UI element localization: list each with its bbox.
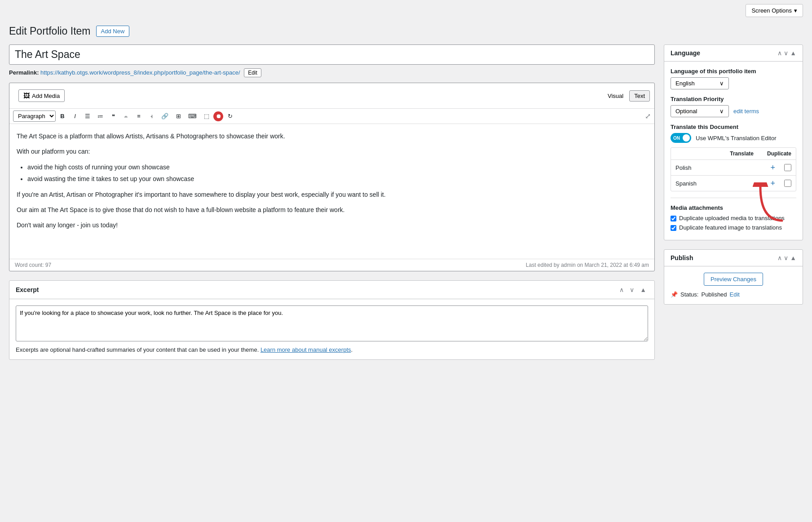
duplicate-featured-label: Duplicate featured image to translations — [679, 224, 782, 231]
excerpt-textarea[interactable]: If you're looking for a place to showcas… — [16, 305, 648, 341]
translation-priority-section: Translation Priority Optional ∨ edit ter… — [671, 96, 796, 117]
excerpt-metabox: Excerpt ∧ ∨ ▲ If you're looking for a pl… — [9, 280, 655, 360]
translation-row-spanish: Spanish + — [671, 176, 796, 191]
language-chevron-icon: ∨ — [719, 80, 724, 87]
content-p3: If you're an Artist, Artisan or Photogra… — [17, 190, 647, 199]
word-count-value: 97 — [45, 262, 51, 268]
content-p4: Our aim at The Art Space is to give thos… — [17, 205, 647, 215]
word-count-text: Word count: 97 — [15, 262, 51, 268]
refresh-button[interactable]: ↻ — [224, 111, 236, 121]
priority-chevron-icon: ∨ — [719, 108, 724, 115]
align-left-button[interactable]: ⫠ — [120, 111, 132, 121]
translate-toggle-row: ON Use WPML's Translation Editor — [671, 133, 796, 143]
last-edited-text: Last edited by admin on March 21, 2022 a… — [526, 262, 649, 268]
fullscreen-button[interactable]: ⤢ — [645, 112, 651, 120]
publish-panel-body: Preview Changes 📌 Status: Published Edit — [664, 266, 803, 304]
duplicate-media-label: Duplicate uploaded media to translations — [679, 215, 785, 221]
permalink-edit-button[interactable]: Edit — [244, 68, 261, 77]
publish-panel: Publish ∧ ∨ ▲ Preview Changes 📌 Status: … — [664, 249, 803, 305]
duplicate-media-row: Duplicate uploaded media to translations — [671, 215, 796, 221]
status-edit-link[interactable]: Edit — [730, 291, 740, 298]
paragraph-format-select[interactable]: Paragraph — [13, 111, 56, 122]
publish-panel-up-button[interactable]: ∧ — [777, 254, 782, 261]
polish-duplicate-checkbox[interactable] — [784, 164, 791, 171]
excerpt-metabox-controls: ∧ ∨ ▲ — [618, 285, 648, 294]
publish-panel-toggle-button[interactable]: ▲ — [790, 254, 796, 261]
media-attachments-section: Media attachments Duplicate uploaded med… — [671, 198, 796, 231]
polish-translation-actions: + — [770, 164, 791, 172]
top-bar: Screen Options ▾ — [0, 0, 812, 21]
translate-document-label: Translate this Document — [671, 124, 796, 130]
add-media-icon: 🖼 — [23, 92, 30, 99]
add-new-button[interactable]: Add New — [96, 26, 130, 37]
language-select-button[interactable]: English ∨ — [671, 77, 729, 89]
translation-priority-label: Translation Priority — [671, 96, 796, 102]
tab-text[interactable]: Text — [629, 90, 650, 102]
translation-table-wrapper: Translate Duplicate Polish + — [671, 147, 796, 191]
tab-visual[interactable]: Visual — [603, 90, 628, 102]
image-button[interactable]: ⬚ — [201, 111, 212, 121]
align-center-button[interactable]: ≡ — [133, 111, 145, 121]
align-right-button[interactable]: ⫞ — [146, 111, 157, 121]
unordered-list-button[interactable]: ☰ — [82, 111, 93, 121]
polish-translate-button[interactable]: + — [770, 164, 775, 172]
language-panel-down-button[interactable]: ∨ — [784, 49, 788, 57]
excerpt-collapse-down-button[interactable]: ∨ — [628, 285, 636, 294]
content-area: Permalink: https://kathyb.otgs.work/word… — [9, 44, 655, 369]
table-button[interactable]: ⊞ — [172, 111, 184, 121]
duplicate-header: Duplicate — [767, 150, 791, 157]
publish-panel-header: Publish ∧ ∨ ▲ — [664, 250, 803, 266]
language-panel-up-button[interactable]: ∧ — [777, 49, 782, 57]
language-of-item-label: Language of this portfolio item — [671, 68, 796, 75]
excerpt-learn-more-link[interactable]: Learn more about manual excerpts — [260, 346, 351, 353]
polish-lang-label: Polish — [675, 164, 691, 171]
publish-panel-controls: ∧ ∨ ▲ — [777, 254, 796, 261]
excerpt-collapse-up-button[interactable]: ∧ — [618, 285, 626, 294]
translation-table-header: Translate Duplicate — [671, 148, 796, 160]
italic-button[interactable]: I — [69, 111, 81, 121]
translation-table: Translate Duplicate Polish + — [671, 147, 796, 191]
word-count-label: Word count: — [15, 262, 44, 268]
ordered-list-button[interactable]: ≔ — [94, 111, 106, 121]
content-p1: The Art Space is a platform that allows … — [17, 131, 647, 141]
language-panel-body: Language of this portfolio item English … — [664, 62, 803, 240]
excerpt-metabox-body: If you're looking for a place to showcas… — [9, 299, 654, 359]
blockquote-button[interactable]: ❝ — [107, 111, 119, 121]
editor-content[interactable]: The Art Space is a platform that allows … — [9, 124, 654, 259]
add-media-button[interactable]: 🖼 Add Media — [18, 89, 65, 102]
edit-terms-link[interactable]: edit terms — [733, 108, 759, 115]
link-button[interactable]: 🔗 — [158, 111, 172, 121]
priority-row: Optional ∨ edit terms — [671, 105, 796, 117]
language-value: English — [675, 80, 695, 87]
sidebar: Language ∧ ∨ ▲ Language of this portfoli… — [664, 44, 803, 369]
duplicate-media-checkbox[interactable] — [671, 216, 676, 221]
language-panel-toggle-button[interactable]: ▲ — [790, 49, 796, 57]
duplicate-featured-checkbox[interactable] — [671, 225, 676, 231]
add-media-label: Add Media — [32, 93, 60, 99]
duplicate-featured-row: Duplicate featured image to translations — [671, 224, 796, 231]
permalink-row: Permalink: https://kathyb.otgs.work/word… — [9, 68, 655, 77]
status-label: Status: — [680, 291, 698, 298]
priority-value: Optional — [675, 108, 697, 115]
permalink-link[interactable]: https://kathyb.otgs.work/wordpress_8/ind… — [40, 69, 240, 76]
special-char-button[interactable]: ⌨ — [185, 111, 200, 121]
spanish-duplicate-checkbox[interactable] — [784, 180, 791, 187]
bold-button[interactable]: B — [57, 111, 68, 121]
language-panel-header: Language ∧ ∨ ▲ — [664, 45, 803, 62]
toggle-on-label: ON — [673, 136, 680, 141]
excerpt-toggle-button[interactable]: ▲ — [638, 285, 648, 294]
publish-panel-down-button[interactable]: ∨ — [784, 254, 788, 261]
preview-changes-button[interactable]: Preview Changes — [704, 273, 763, 286]
priority-select-button[interactable]: Optional ∨ — [671, 105, 729, 117]
language-panel-title: Language — [671, 49, 700, 57]
screen-options-button[interactable]: Screen Options ▾ — [746, 4, 803, 17]
content-li1: avoid the high costs of running your own… — [27, 162, 647, 172]
screen-options-chevron: ▾ — [794, 7, 797, 14]
translate-toggle-switch[interactable]: ON — [671, 133, 691, 143]
screen-options-label: Screen Options — [751, 7, 792, 14]
editor-container: 🖼 Add Media Visual Text Paragraph B I ☰ … — [9, 83, 655, 271]
spanish-translate-button[interactable]: + — [770, 179, 775, 187]
record-button[interactable]: ⏺ — [213, 111, 223, 121]
editor-footer: Word count: 97 Last edited by admin on M… — [9, 259, 654, 271]
post-title-input[interactable] — [9, 44, 655, 65]
